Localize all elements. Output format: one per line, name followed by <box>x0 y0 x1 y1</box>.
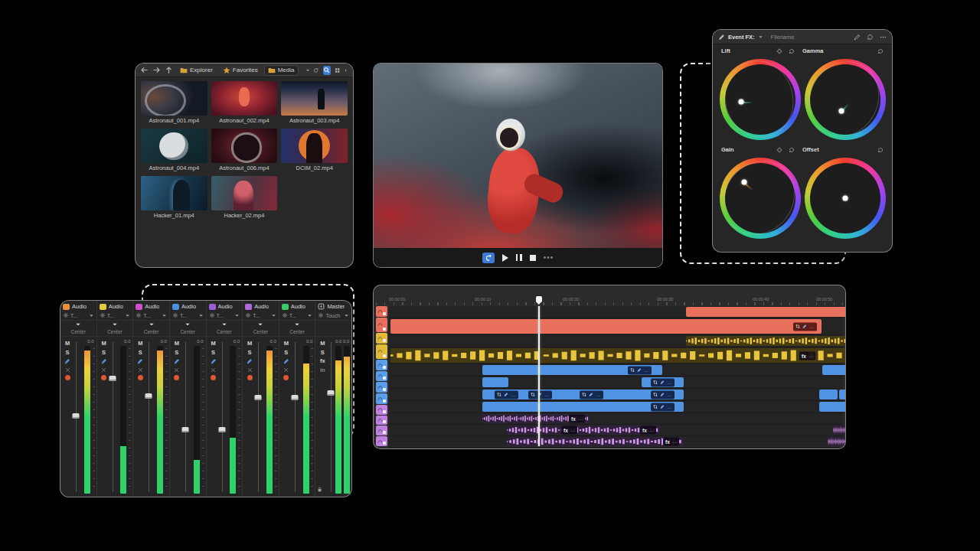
media-thumbnail[interactable] <box>211 81 278 116</box>
pan-control[interactable] <box>315 328 351 337</box>
pan-control[interactable]: Center <box>243 328 279 337</box>
track-lane[interactable]: ⋯ <box>389 318 843 335</box>
insert-slot[interactable]: T... <box>60 311 96 321</box>
record-arm-button[interactable] <box>283 375 289 380</box>
reset-icon[interactable] <box>877 48 884 54</box>
solo-button[interactable]: S <box>248 350 252 356</box>
track-header-purple[interactable] <box>376 405 387 415</box>
timeline-clip[interactable] <box>507 437 684 446</box>
clip-tools-badge[interactable]: ⋯ <box>580 390 603 399</box>
more-icon[interactable]: ⋯ <box>596 392 601 397</box>
more-icon[interactable]: ⋯ <box>667 404 672 409</box>
fader-handle[interactable] <box>328 390 335 396</box>
fader[interactable] <box>72 339 80 494</box>
media-item[interactable]: Hacker_01.mp4 <box>141 176 207 221</box>
play-button[interactable] <box>502 254 508 262</box>
more-icon[interactable]: ⋯ <box>672 439 678 445</box>
insert-slot[interactable]: T... <box>207 311 243 321</box>
video-frame[interactable] <box>374 64 662 248</box>
more-icon[interactable]: ⋯ <box>578 416 583 422</box>
track-header-blue[interactable] <box>376 382 387 393</box>
expand-caret[interactable] <box>97 321 133 328</box>
fader-handle[interactable] <box>181 427 188 432</box>
fader[interactable] <box>181 339 189 494</box>
mute-button[interactable]: M <box>284 341 289 347</box>
clip-fx-badge[interactable]: fx⋯ <box>663 438 679 446</box>
search-button[interactable] <box>323 66 331 75</box>
track-lane[interactable]: fx⋯ <box>389 448 843 449</box>
reset-icon[interactable] <box>867 34 874 41</box>
track-header-yellow[interactable] <box>376 333 387 344</box>
timeline-ruler[interactable]: 00:00:0000:00:1000:00:2000:00:3000:00:40… <box>376 296 843 306</box>
clip-fx-badge[interactable]: fx⋯ <box>640 449 656 450</box>
solo-button[interactable]: S <box>102 350 106 356</box>
fader[interactable] <box>218 339 226 494</box>
track-header-salmon[interactable] <box>376 306 387 317</box>
media-item[interactable]: Astronaut_003.mp4 <box>281 81 348 126</box>
insert-slot[interactable]: T... <box>97 311 133 321</box>
timeline-clip[interactable] <box>833 425 846 435</box>
record-arm-button[interactable] <box>138 375 143 380</box>
more-icon[interactable]: ⋯ <box>511 392 516 397</box>
expand-caret[interactable] <box>207 321 243 328</box>
track-header-blue[interactable] <box>376 371 387 382</box>
track-header-yellow[interactable] <box>376 344 387 359</box>
pause-button[interactable] <box>516 254 522 261</box>
tab-media[interactable]: Media <box>265 66 298 75</box>
fader-handle[interactable] <box>218 427 225 432</box>
stop-button[interactable] <box>530 255 536 261</box>
wheel-indicator[interactable] <box>842 196 848 201</box>
lift-wheel[interactable] <box>720 59 801 140</box>
solo-button[interactable]: S <box>65 350 69 356</box>
tab-favorites[interactable]: Favorites <box>220 66 261 75</box>
track-lane[interactable]: ⋯⋯⋯⋯ <box>389 389 843 401</box>
expand-caret[interactable] <box>60 321 96 328</box>
dropdown-caret-icon[interactable] <box>305 67 310 73</box>
pan-control[interactable]: Center <box>279 328 315 337</box>
chevron-right-icon[interactable] <box>344 67 348 73</box>
record-arm-button[interactable] <box>101 375 106 380</box>
fader-handle[interactable] <box>145 393 152 399</box>
fader-handle[interactable] <box>291 395 298 400</box>
event-fx-dropdown[interactable]: Event FX: <box>728 34 755 41</box>
clip-fx-badge[interactable]: fx⋯ <box>640 426 656 435</box>
pan-control[interactable]: Center <box>60 328 96 337</box>
track-header-purple[interactable] <box>376 425 387 435</box>
track-lane[interactable]: ⋯ <box>389 364 843 377</box>
media-item[interactable]: Astronaut_004.mp4 <box>141 129 207 174</box>
more-button[interactable]: ••• <box>544 256 554 259</box>
track-lane[interactable]: ⋯ <box>389 377 843 389</box>
media-item[interactable]: Astronaut_002.mp4 <box>211 81 278 126</box>
more-icon[interactable]: ⋯ <box>649 428 655 433</box>
solo-button[interactable]: S <box>175 350 178 356</box>
tab-explorer[interactable]: Explorer <box>177 66 216 75</box>
grid-view-icon[interactable] <box>335 67 340 74</box>
reset-icon[interactable] <box>789 147 795 153</box>
track-header-purple[interactable] <box>376 416 387 425</box>
gamma-wheel[interactable] <box>805 59 886 140</box>
fader-handle[interactable] <box>109 376 116 381</box>
clip-tools-badge[interactable]: ⋯ <box>528 390 552 399</box>
clip-tools-badge[interactable]: ⋯ <box>495 390 518 399</box>
media-thumbnail[interactable] <box>141 129 207 163</box>
insert-slot[interactable]: T... <box>243 311 279 321</box>
media-thumbnail[interactable] <box>281 129 348 163</box>
up-icon[interactable] <box>165 66 173 74</box>
record-arm-button[interactable] <box>211 375 216 380</box>
clip-tools-badge[interactable]: ⋯ <box>793 322 817 331</box>
input-button[interactable]: in <box>320 367 325 373</box>
mute-button[interactable]: M <box>320 341 325 347</box>
expand-caret[interactable] <box>170 321 206 328</box>
reset-icon[interactable] <box>877 147 884 153</box>
expand-caret[interactable] <box>133 321 169 328</box>
solo-button[interactable]: S <box>139 350 142 356</box>
mute-button[interactable]: M <box>102 341 106 347</box>
track-header-blue[interactable] <box>376 393 387 404</box>
chevron-down-icon[interactable] <box>758 34 763 40</box>
filename-field[interactable]: Filename <box>771 34 795 41</box>
mute-button[interactable]: M <box>138 341 142 347</box>
fader[interactable] <box>254 339 262 494</box>
fx-button[interactable]: fx <box>320 358 325 364</box>
timeline-clip[interactable] <box>822 365 846 375</box>
pen-icon[interactable] <box>718 34 725 41</box>
